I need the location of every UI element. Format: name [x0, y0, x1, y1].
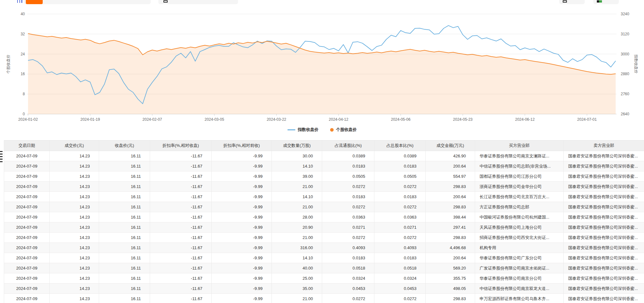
table-cell: -11.67 [150, 243, 212, 253]
table-cell: 16.11 [99, 182, 150, 192]
table-cell: 0.0272 [374, 233, 426, 243]
table-cell: 国泰君安证券股份有限公司深圳香蜜... [564, 294, 644, 303]
table-cell: 16.11 [99, 284, 150, 294]
table-cell: 0.4093 [374, 243, 426, 253]
table-cell: 国泰君安证券股份有限公司深圳香蜜... [564, 253, 644, 263]
table-cell: 16.11 [99, 233, 150, 243]
table-cell: 21.00 [272, 182, 322, 192]
chart-legend: 指数收盘价 个股收盘价 [0, 127, 644, 133]
x-axis-tick-label: 2024-07-01 [577, 117, 597, 122]
table-cell: -11.67 [150, 161, 212, 171]
table-cell: 2024-07-09 [4, 284, 50, 294]
table-cell: 20.90 [272, 222, 322, 233]
table-cell: 2024-07-09 [4, 263, 50, 273]
table-cell: -9.99 [212, 182, 272, 192]
table-cell: 569.20 [426, 263, 475, 273]
table-cell: -11.67 [150, 171, 212, 182]
table-cell: -11.67 [150, 212, 212, 222]
x-axis-tick-label: 2024-02-07 [142, 117, 162, 122]
table-cell: -11.67 [150, 233, 212, 243]
table-cell: 国泰君安证券股份有限公司深圳香蜜... [564, 222, 644, 233]
table-cell: 申万宏源西部证券有限公司乌鲁木齐... [475, 294, 564, 303]
table-cell: 中国银河证券股份有限公司杭州建国... [475, 212, 564, 222]
table-cell: 0.0272 [322, 233, 374, 243]
table-cell: 298.83 [426, 182, 475, 192]
table-cell: 14.23 [50, 182, 99, 192]
table-cell: 200.64 [426, 192, 475, 202]
table-cell: 2024-07-09 [4, 212, 50, 222]
table-cell: 21.00 [272, 294, 322, 303]
block-trade-table: 交易日期成交价(元)收盘价(元)折扣率(%,相对收盘)折扣率(%,相对前收)成交… [4, 140, 644, 303]
table-cell: 14.23 [50, 171, 99, 182]
x-axis-tick-label: 2024-05-23 [453, 117, 473, 122]
table-cell: 华泰证券股份有限公司广东分公司 [475, 253, 564, 263]
x-axis-tick-label: 2024-01-19 [80, 117, 100, 122]
table-cell: 298.83 [426, 202, 475, 212]
table-cell: 498.05 [426, 284, 475, 294]
column-header: 卖方营业部 [564, 141, 644, 151]
right-axis-tick: 3000 [621, 52, 629, 56]
table-cell: 200.64 [426, 253, 475, 263]
table-cell: 0.0271 [322, 222, 374, 233]
table-cell: 0.0453 [374, 284, 426, 294]
table-row: 2024-07-0914.2316.11-11.67-9.9921.000.02… [4, 233, 644, 243]
table-cell: 广发证券股份有限公司南京水佑岗证... [475, 263, 564, 273]
table-cell: -11.67 [150, 182, 212, 192]
table-cell: 14.23 [50, 202, 99, 212]
table-header-row: 交易日期成交价(元)收盘价(元)折扣率(%,相对收盘)折扣率(%,相对前收)成交… [4, 141, 644, 151]
table-row: 2024-07-0914.2316.11-11.67-9.9935.000.04… [4, 284, 644, 294]
table-cell: 0.0183 [374, 161, 426, 171]
stock-price-area [28, 33, 616, 114]
block-trade-page: 40322416803240312030002880276026402024-0… [0, 0, 644, 303]
column-header: 收盘价(元) [99, 141, 150, 151]
right-axis-tick: 2760 [621, 92, 629, 96]
x-axis-tick-label: 2024-04-12 [329, 117, 349, 122]
table-row: 2024-07-0914.2316.11-11.67-9.9928.000.03… [4, 212, 644, 222]
left-axis-tick: 24 [21, 52, 25, 56]
left-axis-tick: 8 [23, 92, 25, 96]
table-cell: 2024-07-09 [4, 253, 50, 263]
table-cell: 国泰君安证券股份有限公司深圳香蜜... [564, 284, 644, 294]
table-cell: 0.0324 [374, 273, 426, 284]
legend-item-index-close[interactable]: 指数收盘价 [287, 127, 319, 133]
table-cell: 0.0271 [374, 222, 426, 233]
table-cell: 14.23 [50, 253, 99, 263]
table-cell: 14.10 [272, 253, 322, 263]
legend-item-stock-close[interactable]: 个股收盘价 [330, 127, 357, 133]
table-row: 2024-07-0914.2316.11-11.67-9.99316.000.4… [4, 243, 644, 253]
table-cell: 0.0389 [322, 151, 374, 161]
table-cell: 426.90 [426, 151, 475, 161]
table-cell: 长江证券股份有限公司北京百万庄大... [475, 192, 564, 202]
table-cell: 200.64 [426, 161, 475, 171]
table-cell: 297.41 [426, 222, 475, 233]
price-index-chart[interactable]: 40322416803240312030002880276026402024-0… [0, 0, 644, 125]
table-cell: 0.0505 [322, 171, 374, 182]
table-cell: -9.99 [212, 294, 272, 303]
table-cell: 16.11 [99, 202, 150, 212]
left-axis-tick: 40 [21, 12, 25, 16]
table-cell: 16.11 [99, 222, 150, 233]
drag-handle-icon[interactable] [0, 151, 3, 162]
table-cell: 0.0272 [322, 202, 374, 212]
x-axis-tick-label: 2024-03-22 [267, 117, 286, 122]
table-cell: -11.67 [150, 253, 212, 263]
table-cell: 16.11 [99, 273, 150, 284]
table-cell: 机构专用 [475, 243, 564, 253]
x-axis-tick-label: 2024-03-05 [205, 117, 224, 122]
right-axis-title: 指数收盘价 [634, 54, 638, 74]
table-cell: 298.83 [426, 294, 475, 303]
table-cell: -9.99 [212, 192, 272, 202]
table-cell: -11.67 [150, 222, 212, 233]
table-cell: 0.0272 [322, 182, 374, 192]
left-axis-tick: 0 [23, 112, 25, 116]
left-axis-tick: 32 [21, 32, 25, 36]
table-cell: -9.99 [212, 263, 272, 273]
table-cell: 16.11 [99, 243, 150, 253]
column-header: 成交金额(万元) [426, 141, 475, 151]
table-cell: -9.99 [212, 284, 272, 294]
column-header: 占流通股比(%) [322, 141, 374, 151]
dot-swatch-icon [330, 128, 334, 132]
table-cell: 国都证券股份有限公司江苏分公司 [475, 171, 564, 182]
table-cell: -9.99 [212, 151, 272, 161]
table-cell: 0.0363 [322, 212, 374, 222]
